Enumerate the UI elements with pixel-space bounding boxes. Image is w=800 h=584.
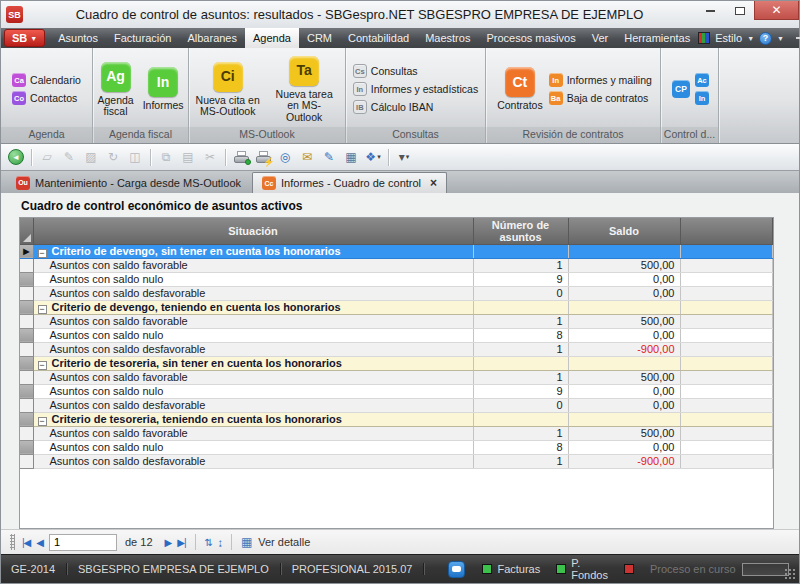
ribbon-item-calculo-iban[interactable]: IBCálculo IBAN (353, 100, 478, 114)
group-row[interactable]: −Criterio de tesoreria, teniendo en cuen… (20, 412, 773, 426)
data-row[interactable]: Asuntos con saldo desfavorable1-900,00 (20, 454, 773, 468)
flag-label: Facturas (497, 563, 540, 575)
help-caret-icon[interactable]: ▼ (777, 35, 784, 42)
print-button[interactable] (231, 147, 251, 167)
data-row[interactable]: Asuntos con saldo desfavorable00,00 (20, 398, 773, 412)
edit-record-icon: ✎ (64, 150, 74, 164)
data-row[interactable]: Asuntos con saldo favorable1500,00 (20, 426, 773, 440)
collapse-icon[interactable]: − (38, 361, 47, 370)
collapse-icon[interactable]: − (38, 305, 47, 314)
last-record-button[interactable]: ▶| (177, 537, 185, 548)
menu-item-procesos-masivos[interactable]: Procesos masivos (478, 28, 583, 48)
data-row[interactable]: Asuntos con saldo desfavorable00,00 (20, 286, 773, 300)
content-panel: Cuadro de control económico de asuntos a… (1, 193, 799, 529)
ribbon-item-calendario[interactable]: CaCalendario (12, 73, 81, 87)
save-record-button: ◫ (125, 147, 145, 167)
ribbon-item-informes-y-estadisticas[interactable]: InInformes y estadísticas (353, 82, 478, 96)
informes-y-estadisticas-icon: In (353, 82, 367, 96)
menu-item-asuntos[interactable]: Asuntos (50, 28, 106, 48)
menu-item-agenda[interactable]: Agenda (245, 28, 299, 48)
ribbon-item-contratos[interactable]: CtContratos (494, 65, 546, 113)
quick-print-button[interactable]: ⚡ (253, 147, 273, 167)
menu-item-maestros[interactable]: Maestros (417, 28, 478, 48)
email-button[interactable]: ✉ (297, 147, 317, 167)
group-row[interactable]: −Criterio de devengo, teniendo en cuenta… (20, 300, 773, 314)
style-swatch-icon[interactable] (698, 32, 710, 44)
ribbon-item-agenda-fiscal[interactable]: AgAgenda fiscal (94, 60, 136, 119)
mdi-minimize-icon[interactable] (796, 37, 800, 39)
menu-bar: SB ▼ AsuntosFacturaciónAlbaranesAgendaCR… (1, 28, 799, 48)
group-row[interactable]: ▶−Criterio de devengo, sin tener en cuen… (20, 244, 773, 258)
style-caret-icon[interactable]: ▼ (747, 35, 754, 42)
help-icon[interactable]: ? (759, 32, 772, 45)
ribbon-item-nueva-tarea-en-ms-outlook[interactable]: TaNueva tarea en MS-Outlook (266, 54, 342, 125)
first-record-button[interactable]: |◀ (22, 537, 30, 548)
menu-item-herramientas[interactable]: Herramientas (616, 28, 698, 48)
next-record-button[interactable]: ▶ (165, 537, 172, 548)
addins-button[interactable]: ❖▾ (363, 147, 383, 167)
messenger-icon[interactable] (448, 561, 465, 578)
data-row[interactable]: Asuntos con saldo nulo80,00 (20, 328, 773, 342)
toolbar-separator (388, 149, 389, 166)
menu-item-facturacion[interactable]: Facturación (106, 28, 179, 48)
menu-item-albaranes[interactable]: Albaranes (179, 28, 245, 48)
informes-icon: In (148, 67, 178, 97)
app-menu-button[interactable]: SB ▼ (4, 29, 45, 47)
previous-record-button[interactable]: ◀ (36, 537, 43, 548)
group-label: Criterio de tesoreria, sin tener en cuen… (52, 357, 342, 369)
ribbon-item-in[interactable]: In (695, 91, 709, 105)
data-row[interactable]: Asuntos con saldo nulo90,00 (20, 384, 773, 398)
menu-item-contabilidad[interactable]: Contabilidad (340, 28, 417, 48)
doc-tab-mantenimiento-carga-desde-ms-outlook[interactable]: OuMantenimiento - Carga desde MS-Outlook (7, 172, 250, 193)
preview-button[interactable]: ◎ (275, 147, 295, 167)
edit-record-button: ✎ (59, 147, 79, 167)
expand-groups-icon[interactable]: ⇅ (205, 537, 212, 548)
resize-grip-icon[interactable] (784, 568, 797, 581)
ribbon-item-informes[interactable]: InInformes (140, 65, 187, 113)
menu-item-crm[interactable]: CRM (299, 28, 340, 48)
ribbon-item-label: Informes (143, 100, 184, 112)
ribbon-item-ac[interactable]: Ac (695, 73, 709, 87)
data-row[interactable]: Asuntos con saldo favorable1500,00 (20, 314, 773, 328)
style-label[interactable]: Estilo (715, 32, 742, 44)
numero-cell: 1 (473, 342, 568, 356)
menu-item-ver[interactable]: Ver (584, 28, 617, 48)
paste-button: ▤ (178, 147, 198, 167)
data-row[interactable]: Asuntos con saldo nulo80,00 (20, 440, 773, 454)
ribbon-item-consultas[interactable]: CsConsultas (353, 64, 478, 78)
back-button[interactable]: ◄ (6, 147, 26, 167)
design-report-button[interactable]: ✎ (319, 147, 339, 167)
maximize-button[interactable] (725, 1, 754, 20)
tab-close-icon[interactable]: × (430, 176, 437, 190)
ribbon-item-cp[interactable]: CP (670, 78, 692, 100)
minimize-button[interactable] (696, 1, 725, 20)
preview-icon: ◎ (280, 150, 290, 164)
ribbon-item-baja-de-contratos[interactable]: BaBaja de contratos (549, 91, 652, 105)
view-detail-button[interactable]: Ver detalle (258, 536, 310, 548)
data-row[interactable]: Asuntos con saldo nulo90,00 (20, 272, 773, 286)
group-row[interactable]: −Criterio de tesoreria, sin tener en cue… (20, 356, 773, 370)
drag-grip-icon[interactable] (10, 534, 15, 550)
data-row[interactable]: Asuntos con saldo favorable1500,00 (20, 370, 773, 384)
ribbon-item-informes-y-mailing[interactable]: InInformes y mailing (549, 73, 652, 87)
detail-grid-icon[interactable]: ▦ (241, 535, 252, 549)
close-button[interactable]: ✕ (754, 1, 799, 20)
ribbon-item-nueva-cita-en-ms-outlook[interactable]: CiNueva cita en MS-Outlook (192, 60, 263, 119)
column-header-saldo[interactable]: Saldo (568, 218, 680, 244)
situacion-cell: Asuntos con saldo favorable (33, 370, 473, 384)
toolbar-options-button[interactable]: ▾▾ (394, 147, 414, 167)
record-number-input[interactable] (49, 534, 117, 551)
ribbon-item-label: Nueva tarea en MS-Outlook (269, 89, 339, 124)
collapse-groups-icon[interactable]: ↨ (218, 537, 222, 548)
ribbon-item-contactos[interactable]: CoContactos (12, 91, 81, 105)
grid-view-button[interactable]: ▦ (341, 147, 361, 167)
data-row[interactable]: Asuntos con saldo desfavorable1-900,00 (20, 342, 773, 356)
collapse-icon[interactable]: − (38, 249, 47, 258)
agenda-fiscal-icon: Ag (101, 62, 131, 92)
column-header-numero[interactable]: Número de asuntos (473, 218, 568, 244)
doc-tab-informes-cuadro-de-control[interactable]: CcInformes - Cuadro de control× (252, 172, 447, 193)
data-row[interactable]: Asuntos con saldo favorable1500,00 (20, 258, 773, 272)
collapse-icon[interactable]: − (38, 417, 47, 426)
column-header-situacion[interactable]: Situación (33, 218, 473, 244)
in-icon: In (695, 91, 709, 105)
